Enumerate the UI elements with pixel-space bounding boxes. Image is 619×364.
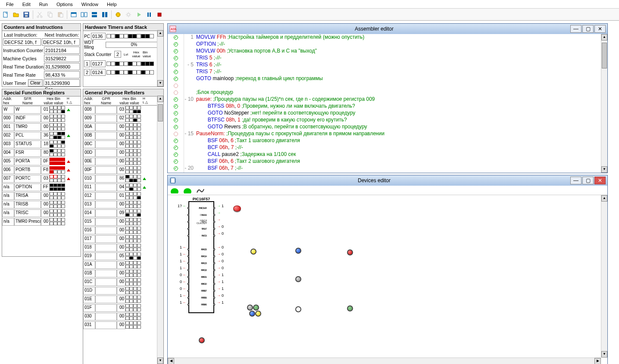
reg-row: 002PCL36 [2, 131, 81, 140]
reg-row: n/aOPTIONFF [2, 183, 81, 192]
reg-row: 01300 [83, 200, 163, 209]
led-gray[interactable] [247, 305, 253, 311]
led-white[interactable] [295, 306, 301, 312]
led-red[interactable] [199, 337, 205, 343]
svg-rect-13 [84, 12, 87, 17]
window2-icon[interactable] [79, 10, 89, 19]
close-button[interactable]: ✕ [594, 25, 606, 33]
dev-scrollbar-h[interactable]: ◀▶ [168, 358, 601, 364]
asm-scrollbar[interactable]: ▲▼ [601, 34, 607, 173]
reg-row: 00E00 [83, 157, 163, 166]
svg-rect-20 [147, 12, 149, 17]
asm-icon: ASM [169, 25, 176, 32]
reg-row: 00902 [83, 114, 163, 123]
menu-file[interactable]: File [2, 1, 18, 8]
dev-scrollbar-v[interactable]: ▲▼ [601, 195, 607, 358]
reg-row: 01B00 [83, 269, 163, 278]
open-file-icon[interactable] [11, 10, 21, 19]
minimize-button[interactable]: — [570, 25, 581, 33]
reg-row: WW01 [2, 106, 81, 114]
dev-icon [169, 177, 176, 184]
ut-value: 31,5299390 Sec [44, 79, 80, 87]
reg-row: 01D00 [83, 286, 163, 295]
menu-run[interactable]: Run [35, 1, 52, 8]
push-button[interactable] [233, 205, 241, 212]
led-blue[interactable] [249, 311, 255, 317]
clear-button[interactable]: Clear [28, 79, 43, 87]
led-gray[interactable] [295, 276, 301, 282]
menu-options[interactable]: Options [52, 1, 77, 8]
new-file-icon[interactable] [1, 10, 10, 19]
last-inst-value: DECFSZ 10h, f [3, 38, 41, 46]
dev-canvas[interactable]: PIC16F57 T0CKIVddN/CVssN/CRA0RA1RA2RA3RB… [168, 195, 607, 364]
menu-window[interactable]: Window [77, 1, 103, 8]
reg-row: 00A00 [83, 123, 163, 131]
svg-point-26 [171, 188, 178, 193]
reg-row: n/aTMR0 Prescal00 [2, 218, 81, 226]
menu-edit[interactable]: Edit [18, 1, 35, 8]
led-red[interactable] [347, 249, 353, 255]
assembler-editor-window: ASM Assembler editor — ▢ ✕ 1- 5- 10- 15-… [167, 23, 608, 173]
dev-tool-2[interactable] [181, 187, 194, 194]
compile-icon[interactable] [113, 10, 123, 19]
reg-row: 004FSR80 [2, 149, 81, 157]
gpr-panel: General Purpose Refisters Addr. hexGPR N… [83, 89, 164, 364]
hwtimers-scrollbar[interactable]: ▲▼ [157, 30, 163, 87]
svg-point-19 [127, 13, 130, 16]
menu-help[interactable]: Help [103, 1, 121, 8]
settings-icon[interactable] [124, 10, 133, 19]
dev-tool-1[interactable] [169, 187, 181, 194]
led-yellow[interactable] [255, 311, 261, 317]
led-yellow[interactable] [250, 249, 256, 255]
pause-icon[interactable] [144, 10, 154, 19]
sfr-title: Special Function Registers [2, 89, 81, 96]
svg-rect-15 [92, 15, 97, 17]
asm-code[interactable]: MOVLW FFh ;Настройка таймеров и преддели… [196, 34, 607, 173]
reg-row: 00803 [83, 106, 163, 114]
copy-icon[interactable] [45, 10, 55, 19]
paste-icon[interactable] [56, 10, 65, 19]
reg-row: 01700 [83, 235, 163, 243]
reg-row: 00C00 [83, 140, 163, 149]
svg-rect-9 [60, 14, 63, 17]
minimize-button[interactable]: — [570, 177, 581, 184]
run-icon[interactable] [134, 10, 144, 19]
chip-pic16f57[interactable]: PIC16F57 T0CKIVddN/CVssN/CRA0RA1RA2RA3RB… [188, 201, 214, 313]
last-inst-label: Last Instruction: [4, 32, 38, 37]
led-blue[interactable] [295, 248, 301, 254]
reg-row: 005PORTA0F [2, 157, 81, 166]
tile-h-icon[interactable] [90, 10, 99, 19]
led-grn2[interactable] [347, 305, 353, 311]
rtd-label: Real Time Duration [3, 64, 44, 69]
svg-rect-7 [49, 13, 52, 17]
asm-title: Assembler editor [178, 26, 570, 32]
maximize-button[interactable]: ▢ [582, 177, 594, 184]
maximize-button[interactable]: ▢ [582, 25, 594, 33]
gpr-scrollbar[interactable]: ▲▼ [157, 96, 163, 364]
reg-row: n/aTRISA00 [2, 192, 81, 200]
rtr-value: 98,433 % [44, 71, 80, 78]
stop-icon[interactable] [155, 10, 164, 19]
svg-rect-25 [171, 178, 175, 183]
devices-editor-window: Devices editor — ▢ ✕ PIC16F57 T0CKIVddN/… [167, 175, 608, 364]
asm-gutter[interactable] [168, 34, 184, 173]
menubar: File Edit Run Options Window Help [0, 0, 619, 9]
window1-icon[interactable] [69, 10, 78, 19]
reg-row: 03000 [83, 312, 163, 321]
rtr-label: Real Time Rate [3, 72, 44, 78]
wdt-bar: 0% [106, 42, 163, 48]
reg-row: 006PORTBF8 [2, 166, 81, 174]
reg-row: 01500 [83, 218, 163, 226]
asm-line-numbers: 1- 5- 10- 15- 20 [184, 34, 196, 173]
reg-row: 03100 [83, 321, 163, 330]
next-inst-value: DECFSZ 10h, f [42, 38, 80, 46]
dev-tool-3[interactable] [194, 187, 206, 194]
reg-row: 000INDF00 [2, 114, 81, 123]
cut-icon[interactable] [35, 10, 44, 19]
close-button[interactable]: ✕ [594, 177, 606, 184]
svg-point-27 [184, 188, 191, 193]
tile-v-icon[interactable] [100, 10, 109, 19]
save-icon[interactable] [22, 10, 31, 19]
counters-panel: Counters and Instructions Last Instructi… [2, 23, 81, 87]
led-grn2[interactable] [253, 305, 259, 311]
